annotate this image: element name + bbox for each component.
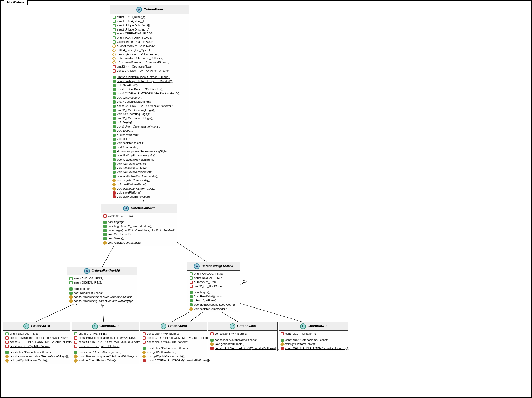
class-member: const CPUID_PLATFORM_MAP vCpuIdToPlatfor… — [143, 336, 205, 340]
class-member: cPollingEngine m_PollingEnging; — [113, 52, 187, 56]
class-member: void getPlatformTable(); — [143, 350, 205, 354]
class-member: void Sleep(); — [113, 129, 187, 133]
attributes-compartment: const size_t nvPlatforms; — [279, 331, 348, 337]
class-member: void getCpuIdPlatformTable(); — [5, 359, 68, 363]
class-name: CatenaSamd21 — [131, 206, 155, 210]
visibility-marker — [113, 88, 116, 91]
visibility-marker — [69, 295, 73, 299]
class-member: void poll(); — [113, 137, 187, 141]
class-name: Catena4450 — [168, 324, 187, 328]
class-member: float ReadVbat() const; — [190, 294, 238, 298]
class-name: CatenaWingFram2k — [201, 264, 233, 268]
visibility-marker — [281, 332, 284, 335]
class-member: cFram *getFram(); — [190, 299, 238, 303]
class-member: const size_t nvCpuIdToPlatform; — [5, 344, 68, 348]
attributes-compartment: enum DIGITAL_PINS;const ProvisioningTabl… — [72, 331, 139, 349]
class-member: bool getBootCount(&bootCount); — [190, 303, 238, 307]
attributes-compartment: enum ANALOG_PINS;enum DIGITAL_PINS;cFram… — [187, 271, 240, 289]
class-member: void SafePrintf(); — [113, 83, 187, 87]
svg-line-3 — [36, 302, 79, 322]
class-member: book begin(uint32_t uClearMask, uint32_t… — [103, 228, 175, 232]
class-member: cFram2k m_Fram; — [190, 280, 238, 284]
class-member: uint32_t m_BootCount; — [190, 284, 238, 288]
class-member: void getCpuIdPlatformTable(); — [113, 187, 187, 191]
class-member: bool begin(uint32_t overrideMask); — [103, 224, 175, 228]
class-catenawingfram2k: ACatenaWingFram2kenum ANALOG_PINS;enum D… — [187, 262, 240, 312]
visibility-marker — [113, 109, 116, 112]
visibility-marker — [113, 28, 116, 31]
visibility-marker — [113, 32, 116, 35]
class-catena4460: CCatena4460const size_t nvPlatforms;cons… — [208, 322, 278, 351]
operations-compartment: const char *CatenaName() const;const Pro… — [3, 349, 70, 364]
class-member: void getCpuIdPlatformTable(); — [143, 354, 205, 358]
class-member: const char *CatenaName() const; — [143, 346, 205, 350]
class-member: const ProvisioningTable gk_LoRaWAN_Keys; — [5, 336, 68, 340]
visibility-marker — [69, 277, 73, 280]
class-member: enum DIGITAL_PINS; — [74, 332, 137, 336]
class-header: ACatenaFeatherM0 — [67, 267, 137, 275]
visibility-marker — [113, 40, 116, 44]
class-member: bool constexpr PlatformFlags+_IsModded()… — [113, 79, 187, 83]
operations-compartment: bool begin();float ReadVbat() const;cons… — [67, 286, 137, 304]
visibility-marker — [210, 347, 214, 350]
visibility-marker — [112, 182, 116, 187]
visibility-marker — [142, 354, 146, 359]
class-member: addCommands(); — [113, 145, 187, 149]
class-member: const CATENA_PLATFORM(* const vPlatforms… — [281, 346, 346, 350]
class-member: enum DIGITAL_PINS; — [69, 281, 134, 285]
attributes-compartment: CatenaRTC m_Rtc; — [101, 213, 177, 219]
visibility-marker — [113, 84, 116, 87]
visibility-marker — [74, 336, 77, 340]
visibility-marker — [113, 113, 116, 116]
class-member: const size_t nvCpuIdToPlatform; — [74, 344, 137, 348]
class-member: const CPUID_PLATFORM_MAP vCpuIdToPlatfor… — [74, 340, 137, 344]
class-member: const ProvisioningTable *GetLoRaWANkeys(… — [69, 299, 134, 303]
visibility-marker — [113, 142, 116, 145]
class-member: bool begin(); — [69, 287, 134, 291]
visibility-marker — [281, 347, 284, 350]
visibility-marker — [190, 295, 193, 298]
class-member: const CATENA_PLATFORM(* const vPlatforms… — [143, 359, 205, 363]
class-catena4450: CCatena4450const size_t nvPlatforms;cons… — [140, 322, 207, 364]
class-member: void registerCommands(); — [113, 178, 187, 182]
class-member: const CATENA_PLATFORM *GetPlatform(); — [113, 104, 187, 108]
visibility-marker — [142, 350, 146, 355]
class-catena4410: CCatena4410enum DIGITAL_PINS;const Provi… — [3, 322, 70, 364]
visibility-marker — [190, 299, 193, 302]
visibility-marker — [112, 52, 116, 57]
visibility-marker — [5, 336, 9, 340]
class-member: enum DIGITAL_PINS; — [190, 276, 238, 280]
stereotype-badge: C — [23, 323, 29, 329]
class-member: uint32_t PlatformFlags_GetModNumber(); — [113, 75, 187, 79]
visibility-marker — [113, 121, 116, 124]
class-member: ProvisioningStyle GetProvisioningStyle()… — [113, 149, 187, 153]
class-header: CCatena4460 — [208, 322, 277, 331]
class-member: CatenaRTC m_Rtc; — [103, 214, 175, 218]
class-member: const char *CatenaName() const; — [5, 350, 68, 354]
class-member: bool begin(); — [190, 290, 238, 294]
uml-diagram: ACatenaBasestruct EUI64_buffer_t;struct … — [0, 0, 532, 398]
visibility-marker — [143, 341, 146, 344]
operations-compartment: bool begin();bool begin(uint32_t overrid… — [101, 219, 177, 246]
visibility-marker — [113, 195, 116, 198]
visibility-marker — [103, 237, 107, 240]
visibility-marker — [113, 105, 116, 108]
class-member: uint32_t m_OperatingFlags; — [113, 65, 187, 69]
class-member: uint32_t GetPlatformFlags(); — [113, 116, 187, 120]
operations-compartment: const char *CatenaName() const;void getP… — [140, 345, 207, 364]
class-member: cStreamInlineCollector m_Collector; — [113, 56, 187, 60]
visibility-marker — [113, 24, 116, 27]
visibility-marker — [113, 92, 116, 95]
class-member: void registerCommands(); — [103, 241, 175, 245]
attributes-compartment: struct EUI64_buffer_t;struct EUI64_strin… — [110, 14, 189, 74]
class-member: void savePlatform(); — [113, 191, 187, 195]
visibility-marker — [190, 272, 193, 275]
class-member: const char * CatenaName() const; — [113, 125, 187, 129]
class-name: Catena4410 — [31, 324, 50, 328]
operations-compartment: const char *CatenaName() const;void getP… — [279, 337, 348, 351]
class-member: void GetUniqueID(); — [113, 96, 187, 100]
operations-compartment: const char *CatenaName() const;void getP… — [208, 337, 277, 351]
attributes-compartment: enum ANALOG_PINS;enum DIGITAL_PINS; — [67, 275, 137, 286]
class-member: const size_t nvPlatforms; — [210, 332, 275, 336]
class-member: const CPUID_PLATFORM_MAP vCpuIdToPlatfor… — [5, 340, 68, 344]
